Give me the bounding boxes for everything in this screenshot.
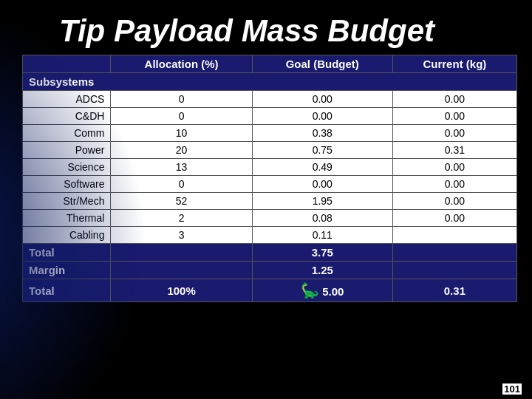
page-title: Tip Payload Mass Budget	[0, 0, 532, 55]
row-name: Science	[23, 159, 111, 176]
row-goal: 1.95	[252, 193, 392, 210]
row-goal: 0.38	[252, 125, 392, 142]
row-current: 0.00	[392, 125, 516, 142]
table-row: Science 13 0.49 0.00	[23, 159, 517, 176]
row-current: 0.00	[392, 193, 516, 210]
row-goal: 0.00	[252, 176, 392, 193]
table-row: Thermal 2 0.08 0.00	[23, 210, 517, 227]
row-allocation: 2	[111, 210, 252, 227]
margin-goal: 1.25	[252, 262, 392, 279]
grand-total-current: 0.31	[392, 279, 516, 302]
row-allocation: 52	[111, 193, 252, 210]
row-allocation: 20	[111, 142, 252, 159]
row-allocation: 0	[111, 176, 252, 193]
table-row: Str/Mech 52 1.95 0.00	[23, 193, 517, 210]
header-allocation: Allocation (%)	[111, 55, 252, 73]
header-col1	[23, 55, 111, 73]
page-number: 101	[502, 383, 522, 395]
row-current: 0.00	[392, 108, 516, 125]
row-name: Thermal	[23, 210, 111, 227]
total-allocation	[111, 244, 252, 262]
total-goal: 3.75	[252, 244, 392, 262]
table-row: Software 0 0.00 0.00	[23, 176, 517, 193]
mass-budget-table: Allocation (%) Goal (Budget) Current (kg…	[22, 55, 517, 302]
margin-current	[392, 262, 516, 279]
row-goal: 0.11	[252, 227, 392, 244]
row-allocation: 13	[111, 159, 252, 176]
table-row: ADCS 0 0.00 0.00	[23, 91, 517, 108]
row-goal: 0.49	[252, 159, 392, 176]
row-current: 0.00	[392, 91, 516, 108]
row-name: ADCS	[23, 91, 111, 108]
row-current: 0.00	[392, 159, 516, 176]
margin-allocation	[111, 262, 252, 279]
grand-total-allocation: 100%	[111, 279, 252, 302]
row-goal: 0.75	[252, 142, 392, 159]
total-row: Total 3.75	[23, 244, 517, 262]
row-name: Power	[23, 142, 111, 159]
grand-total-label: Total	[23, 279, 111, 302]
header-current: Current (kg)	[392, 55, 516, 73]
total-current	[392, 244, 516, 262]
row-allocation: 10	[111, 125, 252, 142]
table-row: Power 20 0.75 0.31	[23, 142, 517, 159]
dino-icon: 🦕	[301, 282, 319, 299]
subsystems-label: Subsystems	[23, 73, 517, 91]
table-row: Comm 10 0.38 0.00	[23, 125, 517, 142]
table-row: Cabling 3 0.11	[23, 227, 517, 244]
row-goal: 0.08	[252, 210, 392, 227]
grand-total-goal: 🦕 5.00	[252, 279, 392, 302]
row-name: Comm	[23, 125, 111, 142]
row-name: Cabling	[23, 227, 111, 244]
margin-row: Margin 1.25	[23, 262, 517, 279]
margin-label: Margin	[23, 262, 111, 279]
row-name: Software	[23, 176, 111, 193]
row-allocation: 0	[111, 91, 252, 108]
row-goal: 0.00	[252, 108, 392, 125]
row-current: 0.00	[392, 210, 516, 227]
row-name: C&DH	[23, 108, 111, 125]
subsystems-label-row: Subsystems	[23, 73, 517, 91]
row-current: 0.31	[392, 142, 516, 159]
total-label: Total	[23, 244, 111, 262]
grand-total-row: Total 100% 🦕 5.00 0.31	[23, 279, 517, 302]
header-goal: Goal (Budget)	[252, 55, 392, 73]
row-allocation: 0	[111, 108, 252, 125]
grand-total-goal-value: 5.00	[322, 285, 344, 298]
row-name: Str/Mech	[23, 193, 111, 210]
table-row: C&DH 0 0.00 0.00	[23, 108, 517, 125]
table-header-row: Allocation (%) Goal (Budget) Current (kg…	[23, 55, 517, 73]
row-allocation: 3	[111, 227, 252, 244]
row-current	[392, 227, 516, 244]
row-goal: 0.00	[252, 91, 392, 108]
row-current: 0.00	[392, 176, 516, 193]
table-container: Allocation (%) Goal (Budget) Current (kg…	[22, 55, 517, 302]
